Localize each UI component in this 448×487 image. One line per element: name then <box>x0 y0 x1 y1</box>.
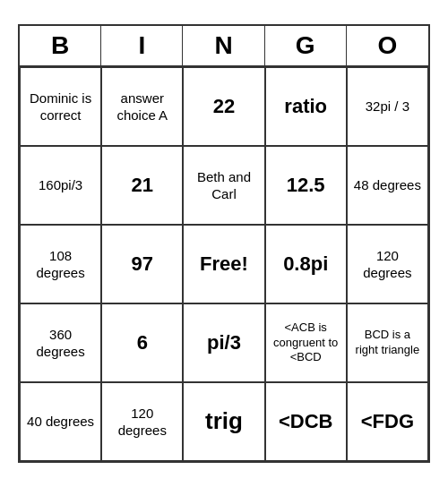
header-letter-g: G <box>265 26 347 65</box>
bingo-cell-10: 108 degrees <box>20 225 101 303</box>
bingo-cell-20: 40 degrees <box>20 382 101 461</box>
bingo-cell-19: BCD is a right triangle <box>347 303 428 382</box>
header-letter-b: B <box>20 26 101 65</box>
bingo-cell-22: trig <box>183 382 264 461</box>
header-letter-i: I <box>101 26 183 65</box>
header-letter-n: N <box>183 26 264 65</box>
bingo-grid: Dominic is correctanswer choice A22ratio… <box>20 67 428 461</box>
bingo-cell-15: 360 degrees <box>20 303 101 382</box>
bingo-cell-3: ratio <box>265 67 347 146</box>
bingo-header: BINGO <box>20 26 428 67</box>
bingo-cell-12: Free! <box>183 225 264 303</box>
bingo-cell-8: 12.5 <box>265 146 347 225</box>
bingo-cell-0: Dominic is correct <box>20 67 101 146</box>
bingo-card: BINGO Dominic is correctanswer choice A2… <box>18 24 430 463</box>
bingo-cell-1: answer choice A <box>101 67 183 146</box>
bingo-cell-5: 160pi/3 <box>20 146 101 225</box>
bingo-cell-11: 97 <box>101 225 183 303</box>
header-letter-o: O <box>347 26 428 65</box>
bingo-cell-16: 6 <box>101 303 183 382</box>
bingo-cell-7: Beth and Carl <box>183 146 264 225</box>
bingo-cell-21: 120 degrees <box>101 382 183 461</box>
bingo-cell-4: 32pi / 3 <box>347 67 428 146</box>
bingo-cell-17: pi/3 <box>183 303 264 382</box>
bingo-cell-24: <FDG <box>347 382 428 461</box>
bingo-cell-23: <DCB <box>265 382 347 461</box>
bingo-cell-6: 21 <box>101 146 183 225</box>
bingo-cell-9: 48 degrees <box>347 146 428 225</box>
bingo-cell-14: 120 degrees <box>347 225 428 303</box>
bingo-cell-2: 22 <box>183 67 264 146</box>
bingo-cell-18: <ACB is congruent to <BCD <box>265 303 347 382</box>
bingo-cell-13: 0.8pi <box>265 225 347 303</box>
